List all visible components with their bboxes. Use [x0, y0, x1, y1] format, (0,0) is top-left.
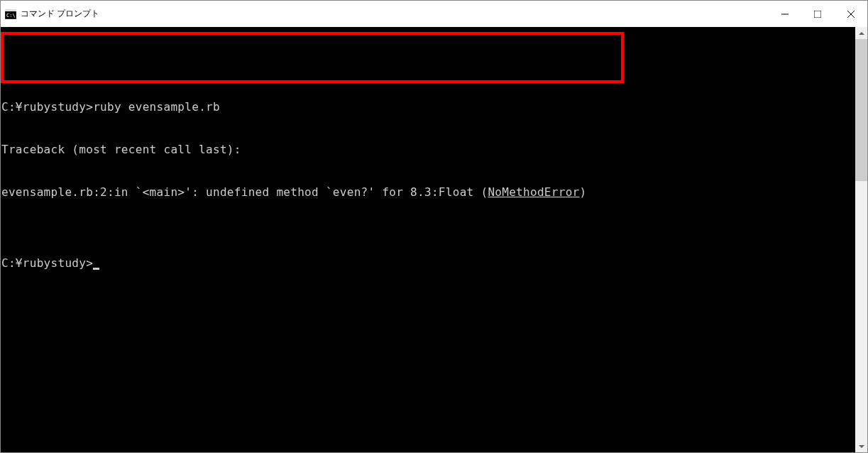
error-suffix: ) [580, 185, 587, 199]
terminal-content[interactable]: C:¥rubystudy>ruby evensample.rb Tracebac… [1, 27, 855, 452]
prompt-text: C:¥rubystudy> [1, 100, 93, 114]
terminal-line: C:¥rubystudy> [1, 256, 855, 271]
terminal-line: Traceback (most recent call last): [1, 143, 855, 157]
prompt-text: C:¥rubystudy> [1, 256, 93, 270]
svg-text:C:\: C:\ [6, 13, 16, 18]
minimize-button[interactable] [769, 1, 801, 27]
scrollbar-track[interactable] [855, 39, 867, 440]
maximize-button[interactable] [801, 1, 834, 27]
svg-rect-1 [5, 9, 16, 11]
command-text: ruby evensample.rb [93, 100, 220, 114]
scrollbar-down-arrow[interactable] [855, 440, 867, 452]
scrollbar-up-arrow[interactable] [855, 27, 867, 39]
cmd-icon: C:\ [5, 9, 16, 19]
close-button[interactable] [834, 1, 867, 27]
error-prefix: evensample.rb:2:in `<main>': undefined m… [1, 185, 488, 199]
svg-rect-4 [814, 11, 821, 18]
svg-marker-8 [859, 445, 864, 448]
cursor [93, 268, 99, 270]
window-controls [769, 1, 867, 27]
error-name: NoMethodError [488, 185, 579, 199]
svg-marker-7 [859, 32, 864, 35]
terminal-line: C:¥rubystudy>ruby evensample.rb [1, 100, 855, 114]
terminal-output: C:¥rubystudy>ruby evensample.rb Tracebac… [1, 29, 855, 299]
terminal-line: evensample.rb:2:in `<main>': undefined m… [1, 185, 855, 200]
titlebar[interactable]: C:\ コマンド プロンプト [1, 1, 867, 27]
terminal-area: C:¥rubystudy>ruby evensample.rb Tracebac… [1, 27, 867, 452]
scrollbar-thumb[interactable] [855, 39, 867, 181]
vertical-scrollbar[interactable] [855, 27, 867, 452]
command-prompt-window: C:\ コマンド プロンプト [0, 0, 868, 453]
window-title: コマンド プロンプト [21, 8, 769, 20]
